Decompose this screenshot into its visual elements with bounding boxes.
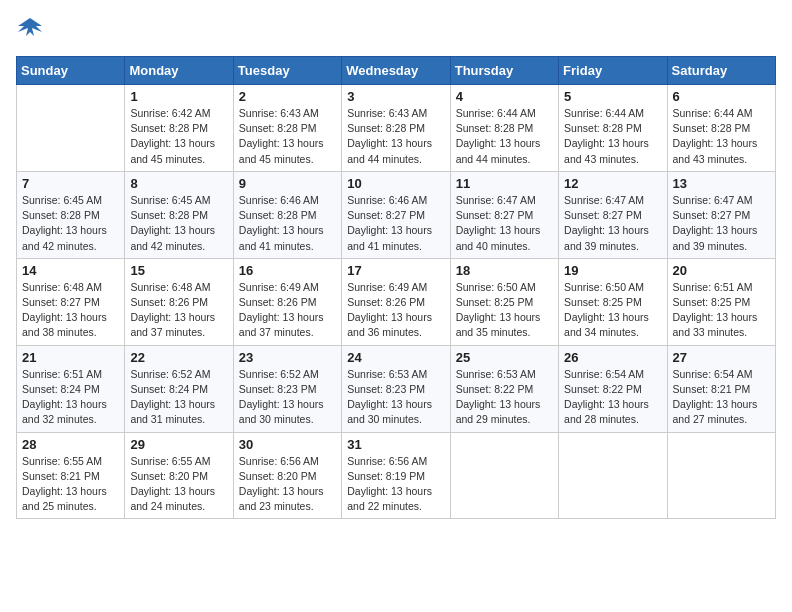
day-number: 5 bbox=[564, 89, 661, 104]
calendar-week-row: 28Sunrise: 6:55 AMSunset: 8:21 PMDayligh… bbox=[17, 432, 776, 519]
day-number: 10 bbox=[347, 176, 444, 191]
calendar-day-cell: 9Sunrise: 6:46 AMSunset: 8:28 PMDaylight… bbox=[233, 171, 341, 258]
day-number: 31 bbox=[347, 437, 444, 452]
calendar-day-cell: 1Sunrise: 6:42 AMSunset: 8:28 PMDaylight… bbox=[125, 85, 233, 172]
day-info: Sunrise: 6:53 AMSunset: 8:22 PMDaylight:… bbox=[456, 367, 553, 428]
day-number: 14 bbox=[22, 263, 119, 278]
calendar-day-cell: 16Sunrise: 6:49 AMSunset: 8:26 PMDayligh… bbox=[233, 258, 341, 345]
day-of-week-header: Saturday bbox=[667, 57, 775, 85]
calendar-day-cell: 21Sunrise: 6:51 AMSunset: 8:24 PMDayligh… bbox=[17, 345, 125, 432]
day-info: Sunrise: 6:44 AMSunset: 8:28 PMDaylight:… bbox=[564, 106, 661, 167]
day-info: Sunrise: 6:50 AMSunset: 8:25 PMDaylight:… bbox=[456, 280, 553, 341]
day-number: 6 bbox=[673, 89, 770, 104]
calendar-day-cell: 29Sunrise: 6:55 AMSunset: 8:20 PMDayligh… bbox=[125, 432, 233, 519]
calendar-day-cell: 6Sunrise: 6:44 AMSunset: 8:28 PMDaylight… bbox=[667, 85, 775, 172]
calendar-day-cell: 11Sunrise: 6:47 AMSunset: 8:27 PMDayligh… bbox=[450, 171, 558, 258]
day-number: 3 bbox=[347, 89, 444, 104]
day-info: Sunrise: 6:47 AMSunset: 8:27 PMDaylight:… bbox=[456, 193, 553, 254]
day-number: 23 bbox=[239, 350, 336, 365]
calendar-day-cell: 20Sunrise: 6:51 AMSunset: 8:25 PMDayligh… bbox=[667, 258, 775, 345]
day-info: Sunrise: 6:47 AMSunset: 8:27 PMDaylight:… bbox=[564, 193, 661, 254]
calendar-day-cell: 22Sunrise: 6:52 AMSunset: 8:24 PMDayligh… bbox=[125, 345, 233, 432]
calendar-day-cell: 17Sunrise: 6:49 AMSunset: 8:26 PMDayligh… bbox=[342, 258, 450, 345]
calendar-day-cell bbox=[667, 432, 775, 519]
day-number: 29 bbox=[130, 437, 227, 452]
day-number: 30 bbox=[239, 437, 336, 452]
calendar-day-cell: 18Sunrise: 6:50 AMSunset: 8:25 PMDayligh… bbox=[450, 258, 558, 345]
calendar-day-cell: 25Sunrise: 6:53 AMSunset: 8:22 PMDayligh… bbox=[450, 345, 558, 432]
day-of-week-header: Thursday bbox=[450, 57, 558, 85]
day-number: 26 bbox=[564, 350, 661, 365]
day-of-week-header: Monday bbox=[125, 57, 233, 85]
day-info: Sunrise: 6:46 AMSunset: 8:27 PMDaylight:… bbox=[347, 193, 444, 254]
day-number: 13 bbox=[673, 176, 770, 191]
day-number: 27 bbox=[673, 350, 770, 365]
day-number: 11 bbox=[456, 176, 553, 191]
day-info: Sunrise: 6:55 AMSunset: 8:20 PMDaylight:… bbox=[130, 454, 227, 515]
day-of-week-header: Tuesday bbox=[233, 57, 341, 85]
calendar-week-row: 1Sunrise: 6:42 AMSunset: 8:28 PMDaylight… bbox=[17, 85, 776, 172]
day-number: 21 bbox=[22, 350, 119, 365]
day-info: Sunrise: 6:52 AMSunset: 8:24 PMDaylight:… bbox=[130, 367, 227, 428]
day-info: Sunrise: 6:46 AMSunset: 8:28 PMDaylight:… bbox=[239, 193, 336, 254]
day-info: Sunrise: 6:45 AMSunset: 8:28 PMDaylight:… bbox=[130, 193, 227, 254]
logo bbox=[16, 16, 48, 44]
day-info: Sunrise: 6:56 AMSunset: 8:20 PMDaylight:… bbox=[239, 454, 336, 515]
day-number: 12 bbox=[564, 176, 661, 191]
calendar-day-cell: 2Sunrise: 6:43 AMSunset: 8:28 PMDaylight… bbox=[233, 85, 341, 172]
day-number: 8 bbox=[130, 176, 227, 191]
day-number: 19 bbox=[564, 263, 661, 278]
day-info: Sunrise: 6:51 AMSunset: 8:24 PMDaylight:… bbox=[22, 367, 119, 428]
calendar-day-cell: 14Sunrise: 6:48 AMSunset: 8:27 PMDayligh… bbox=[17, 258, 125, 345]
day-number: 2 bbox=[239, 89, 336, 104]
day-number: 15 bbox=[130, 263, 227, 278]
day-info: Sunrise: 6:56 AMSunset: 8:19 PMDaylight:… bbox=[347, 454, 444, 515]
day-of-week-header: Sunday bbox=[17, 57, 125, 85]
day-info: Sunrise: 6:53 AMSunset: 8:23 PMDaylight:… bbox=[347, 367, 444, 428]
day-info: Sunrise: 6:50 AMSunset: 8:25 PMDaylight:… bbox=[564, 280, 661, 341]
calendar-day-cell bbox=[450, 432, 558, 519]
day-number: 28 bbox=[22, 437, 119, 452]
day-of-week-header: Wednesday bbox=[342, 57, 450, 85]
calendar-week-row: 14Sunrise: 6:48 AMSunset: 8:27 PMDayligh… bbox=[17, 258, 776, 345]
day-info: Sunrise: 6:44 AMSunset: 8:28 PMDaylight:… bbox=[673, 106, 770, 167]
calendar-week-row: 21Sunrise: 6:51 AMSunset: 8:24 PMDayligh… bbox=[17, 345, 776, 432]
day-info: Sunrise: 6:43 AMSunset: 8:28 PMDaylight:… bbox=[239, 106, 336, 167]
calendar-day-cell: 26Sunrise: 6:54 AMSunset: 8:22 PMDayligh… bbox=[559, 345, 667, 432]
day-number: 18 bbox=[456, 263, 553, 278]
day-info: Sunrise: 6:44 AMSunset: 8:28 PMDaylight:… bbox=[456, 106, 553, 167]
calendar-day-cell: 19Sunrise: 6:50 AMSunset: 8:25 PMDayligh… bbox=[559, 258, 667, 345]
day-info: Sunrise: 6:47 AMSunset: 8:27 PMDaylight:… bbox=[673, 193, 770, 254]
day-number: 4 bbox=[456, 89, 553, 104]
calendar-day-cell: 27Sunrise: 6:54 AMSunset: 8:21 PMDayligh… bbox=[667, 345, 775, 432]
logo-bird-icon bbox=[16, 16, 44, 44]
calendar-day-cell: 7Sunrise: 6:45 AMSunset: 8:28 PMDaylight… bbox=[17, 171, 125, 258]
day-info: Sunrise: 6:51 AMSunset: 8:25 PMDaylight:… bbox=[673, 280, 770, 341]
calendar-day-cell: 24Sunrise: 6:53 AMSunset: 8:23 PMDayligh… bbox=[342, 345, 450, 432]
day-number: 25 bbox=[456, 350, 553, 365]
day-info: Sunrise: 6:49 AMSunset: 8:26 PMDaylight:… bbox=[239, 280, 336, 341]
day-number: 24 bbox=[347, 350, 444, 365]
calendar-day-cell: 30Sunrise: 6:56 AMSunset: 8:20 PMDayligh… bbox=[233, 432, 341, 519]
calendar-day-cell: 8Sunrise: 6:45 AMSunset: 8:28 PMDaylight… bbox=[125, 171, 233, 258]
calendar-day-cell: 5Sunrise: 6:44 AMSunset: 8:28 PMDaylight… bbox=[559, 85, 667, 172]
calendar-day-cell: 15Sunrise: 6:48 AMSunset: 8:26 PMDayligh… bbox=[125, 258, 233, 345]
calendar-day-cell bbox=[17, 85, 125, 172]
calendar-day-cell: 3Sunrise: 6:43 AMSunset: 8:28 PMDaylight… bbox=[342, 85, 450, 172]
calendar-day-cell: 4Sunrise: 6:44 AMSunset: 8:28 PMDaylight… bbox=[450, 85, 558, 172]
page-header bbox=[16, 16, 776, 44]
day-number: 17 bbox=[347, 263, 444, 278]
day-info: Sunrise: 6:48 AMSunset: 8:27 PMDaylight:… bbox=[22, 280, 119, 341]
day-info: Sunrise: 6:48 AMSunset: 8:26 PMDaylight:… bbox=[130, 280, 227, 341]
day-info: Sunrise: 6:43 AMSunset: 8:28 PMDaylight:… bbox=[347, 106, 444, 167]
day-info: Sunrise: 6:49 AMSunset: 8:26 PMDaylight:… bbox=[347, 280, 444, 341]
calendar-week-row: 7Sunrise: 6:45 AMSunset: 8:28 PMDaylight… bbox=[17, 171, 776, 258]
day-info: Sunrise: 6:45 AMSunset: 8:28 PMDaylight:… bbox=[22, 193, 119, 254]
day-info: Sunrise: 6:55 AMSunset: 8:21 PMDaylight:… bbox=[22, 454, 119, 515]
day-number: 7 bbox=[22, 176, 119, 191]
calendar-table: SundayMondayTuesdayWednesdayThursdayFrid… bbox=[16, 56, 776, 519]
days-of-week-row: SundayMondayTuesdayWednesdayThursdayFrid… bbox=[17, 57, 776, 85]
svg-marker-0 bbox=[18, 18, 42, 36]
day-number: 22 bbox=[130, 350, 227, 365]
day-number: 16 bbox=[239, 263, 336, 278]
